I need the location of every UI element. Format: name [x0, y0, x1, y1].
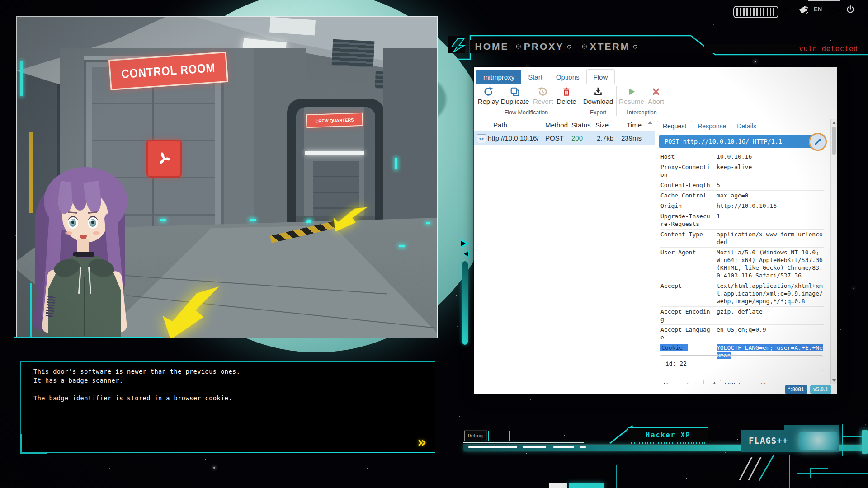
download-button[interactable]: Download	[584, 87, 613, 105]
dialog-box[interactable]: This door's software is newer than the p…	[20, 361, 435, 453]
badge-scanner[interactable]	[146, 140, 182, 178]
mitmproxy-window[interactable]: mitmproxy Start Options Flow Replay Dupl…	[474, 67, 837, 394]
tag-icon	[798, 5, 808, 15]
star	[457, 326, 458, 327]
view-mode-select[interactable]: View: auto	[659, 380, 704, 385]
hex-icon	[582, 43, 587, 50]
circuit-line	[616, 465, 617, 488]
scroll-down-icon[interactable]	[832, 379, 836, 382]
star	[440, 343, 441, 343]
tab-details[interactable]: Details	[731, 121, 762, 131]
dialog-text: This door's software is newer than the p…	[33, 367, 240, 403]
help-icon: ?	[783, 5, 788, 14]
debug-aux-box[interactable]	[488, 431, 510, 441]
nav-tab-xterm[interactable]: XTERM	[582, 40, 637, 53]
star	[205, 459, 206, 460]
header-row[interactable]: Accept-Encodin ggzip, deflate	[660, 307, 824, 325]
delete-button[interactable]: Delete	[556, 87, 577, 105]
proxy-footer: *:8081 v5.0.1	[474, 384, 837, 395]
duplicate-icon	[510, 87, 520, 97]
header-row[interactable]: Content-Typeapplication/x-www-form-urlen…	[660, 230, 824, 248]
character-eye	[88, 216, 98, 229]
col-size[interactable]: Size	[595, 121, 609, 129]
flow-list-header[interactable]: Path Method Status Size Time	[474, 119, 655, 131]
tab-flow[interactable]: Flow	[586, 69, 615, 84]
star	[598, 454, 598, 454]
nav-tab-home[interactable]: HOME	[470, 40, 514, 53]
resume-icon	[627, 87, 637, 97]
request-body[interactable]: id: 22	[660, 355, 823, 371]
abort-label: Abort	[648, 98, 664, 105]
col-status[interactable]: Status	[571, 121, 591, 129]
power-icon	[846, 5, 855, 14]
help-button[interactable]: ?	[783, 5, 788, 15]
detail-scrollbar[interactable]	[830, 119, 837, 384]
abort-button[interactable]: Abort	[646, 87, 666, 105]
duplicate-button[interactable]: Duplicate	[500, 87, 529, 105]
request-line[interactable]: POST http://10.0.10.16/ HTTP/1.1	[659, 135, 825, 148]
col-time[interactable]: Time	[615, 121, 642, 129]
detail-panel: Request Response Details POST http://10.…	[655, 119, 837, 384]
scroll-up-icon[interactable]	[648, 121, 652, 124]
star	[853, 288, 854, 289]
vuln-status-bar: vuln detected	[704, 44, 863, 53]
language-button[interactable]: EN	[814, 5, 822, 13]
game-viewport[interactable]: CONTROL ROOM CREW QUARTERS	[16, 16, 438, 338]
header-row[interactable]: Upgrade-Insecu re-Requests1	[660, 211, 824, 230]
header-row[interactable]: Originhttp://10.0.10.16	[660, 201, 824, 211]
dialog-corner-accent	[20, 452, 47, 454]
tab-options[interactable]: Options	[549, 70, 586, 84]
col-path[interactable]: Path	[493, 121, 507, 129]
header-row[interactable]: User-AgentMozilla/5.0 (Windows NT 10.0; …	[660, 248, 824, 281]
version-badge: v5.0.1	[810, 385, 831, 394]
header-row[interactable]: Accepttext/html,application/xhtml+xm l,a…	[660, 281, 824, 307]
flow-method: POST	[545, 134, 564, 142]
character-eye	[68, 216, 78, 229]
tab-response[interactable]: Response	[692, 121, 731, 131]
tag-button[interactable]	[798, 5, 808, 17]
flow-path: http://10.0.10.16/	[488, 134, 539, 142]
xp-dash	[523, 446, 546, 448]
volume-meter[interactable]	[733, 6, 778, 18]
col-method[interactable]: Method	[545, 121, 568, 129]
right-wall	[383, 48, 437, 247]
xp-label: Hacker XP	[628, 427, 708, 442]
revert-button[interactable]: Revert	[532, 87, 554, 105]
rail-arrow-left[interactable]	[462, 250, 469, 258]
replay-button[interactable]: Replay	[476, 87, 500, 105]
flow-row[interactable]: <> http://10.0.10.16/ POST 200 2.7kb 239…	[474, 131, 655, 145]
download-icon	[593, 87, 603, 97]
duplicate-label: Duplicate	[501, 98, 529, 105]
scroll-up-icon[interactable]	[832, 122, 836, 124]
star	[213, 467, 215, 469]
top-edge-line	[808, 0, 840, 1]
header-row[interactable]: Content-Length5	[660, 180, 824, 191]
star	[109, 468, 110, 469]
power-button[interactable]	[846, 5, 855, 16]
tab-request[interactable]: Request	[657, 121, 692, 131]
header-row[interactable]: Accept-Languag een-US,en;q=0.9	[660, 325, 824, 343]
header-row[interactable]: Proxy-Connecti onkeep-alive	[660, 162, 824, 180]
star	[725, 452, 726, 453]
star	[526, 453, 527, 454]
debug-button[interactable]: Debug	[464, 431, 486, 441]
dialog-next-marker[interactable]: »	[417, 435, 425, 449]
settings-button[interactable]: ⚙	[830, 5, 840, 16]
edit-request-button[interactable]	[809, 133, 827, 151]
xp-bar-highlight	[463, 442, 584, 443]
header-row[interactable]: Cache-Controlmax-age=0	[660, 191, 824, 201]
rail-arrow-right[interactable]	[462, 239, 469, 248]
nav-tab-proxy[interactable]: PROXY	[516, 40, 571, 53]
floor-light	[160, 219, 166, 221]
star	[367, 468, 368, 469]
header-row[interactable]: Host10.0.10.16	[660, 152, 824, 162]
tab-start[interactable]: Start	[521, 70, 549, 84]
character-blush	[93, 231, 100, 235]
volume-meter-bars	[736, 8, 775, 16]
flow-status: 200	[571, 134, 583, 142]
ceiling-vent	[332, 39, 375, 68]
tab-mitmproxy[interactable]: mitmproxy	[476, 70, 521, 84]
body-download-button[interactable]	[708, 380, 721, 385]
scroll-thumb[interactable]	[832, 127, 836, 155]
resume-button[interactable]: Resume	[619, 87, 644, 105]
